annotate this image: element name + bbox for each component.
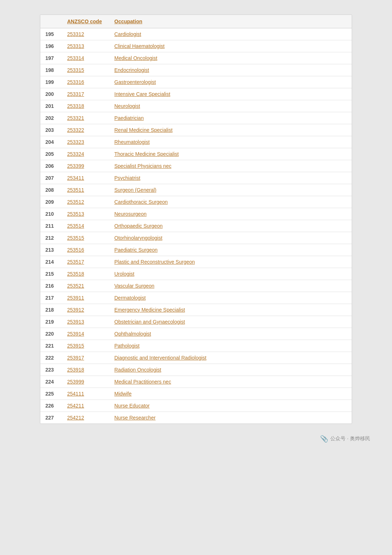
occupation-name[interactable]: Orthopaedic Surgeon: [109, 220, 352, 232]
occupation-name[interactable]: Nurse Researcher: [109, 412, 352, 424]
anzsco-code[interactable]: 253324: [62, 148, 109, 160]
header-occupation[interactable]: Occupation: [109, 15, 352, 28]
table-row: 195253312Cardiologist: [40, 28, 352, 40]
row-number: 199: [40, 76, 62, 88]
occupation-name[interactable]: Renal Medicine Specialist: [109, 124, 352, 136]
occupation-name[interactable]: Surgeon (General): [109, 184, 352, 196]
row-number: 223: [40, 364, 62, 376]
occupation-name[interactable]: Thoracic Medicine Specialist: [109, 148, 352, 160]
row-number: 206: [40, 160, 62, 172]
table-row: 216253521Vascular Surgeon: [40, 280, 352, 292]
occupation-name[interactable]: Clinical Haematologist: [109, 40, 352, 52]
row-number: 202: [40, 112, 62, 124]
anzsco-code[interactable]: 253912: [62, 304, 109, 316]
row-number: 203: [40, 124, 62, 136]
occupation-table: ANZSCO code Occupation 195253312Cardiolo…: [40, 15, 352, 424]
table-row: 224253999Medical Practitioners nec: [40, 376, 352, 388]
occupation-name[interactable]: Midwife: [109, 388, 352, 400]
occupation-name[interactable]: Specialist Physicians nec: [109, 160, 352, 172]
row-number: 227: [40, 412, 62, 424]
table-row: 201253318Neurologist: [40, 100, 352, 112]
anzsco-code[interactable]: 253399: [62, 160, 109, 172]
anzsco-code[interactable]: 253316: [62, 76, 109, 88]
occupation-name[interactable]: Diagnostic and Interventional Radiologis…: [109, 352, 352, 364]
row-number: 195: [40, 28, 62, 40]
table-row: 220253914Ophthalmologist: [40, 328, 352, 340]
row-number: 226: [40, 400, 62, 412]
anzsco-code[interactable]: 253322: [62, 124, 109, 136]
header-row-num: [40, 15, 62, 28]
occupation-name[interactable]: Endocrinologist: [109, 64, 352, 76]
anzsco-code[interactable]: 253913: [62, 316, 109, 328]
anzsco-code[interactable]: 254111: [62, 388, 109, 400]
anzsco-code[interactable]: 254212: [62, 412, 109, 424]
row-number: 200: [40, 88, 62, 100]
anzsco-code[interactable]: 253318: [62, 100, 109, 112]
anzsco-code[interactable]: 253514: [62, 220, 109, 232]
occupation-name[interactable]: Neurosurgeon: [109, 208, 352, 220]
anzsco-code[interactable]: 253321: [62, 112, 109, 124]
table-row: 214253517Plastic and Reconstructive Surg…: [40, 256, 352, 268]
anzsco-code[interactable]: 253917: [62, 352, 109, 364]
anzsco-code[interactable]: 253515: [62, 232, 109, 244]
row-number: 218: [40, 304, 62, 316]
anzsco-code[interactable]: 253512: [62, 196, 109, 208]
occupation-name[interactable]: Vascular Surgeon: [109, 280, 352, 292]
occupation-name[interactable]: Pathologist: [109, 340, 352, 352]
row-number: 201: [40, 100, 62, 112]
occupation-name[interactable]: Urologist: [109, 268, 352, 280]
occupation-name[interactable]: Obstetrician and Gynaecologist: [109, 316, 352, 328]
anzsco-code[interactable]: 253518: [62, 268, 109, 280]
row-number: 214: [40, 256, 62, 268]
table-header-row: ANZSCO code Occupation: [40, 15, 352, 28]
anzsco-code[interactable]: 253317: [62, 88, 109, 100]
table-row: 218253912Emergency Medicine Specialist: [40, 304, 352, 316]
occupation-name[interactable]: Emergency Medicine Specialist: [109, 304, 352, 316]
occupation-name[interactable]: Paediatrician: [109, 112, 352, 124]
anzsco-code[interactable]: 253915: [62, 340, 109, 352]
anzsco-code[interactable]: 253511: [62, 184, 109, 196]
anzsco-code[interactable]: 253313: [62, 40, 109, 52]
occupation-name[interactable]: Radiation Oncologist: [109, 364, 352, 376]
occupation-name[interactable]: Dermatologist: [109, 292, 352, 304]
table-row: 203253322Renal Medicine Specialist: [40, 124, 352, 136]
anzsco-code[interactable]: 253315: [62, 64, 109, 76]
occupation-name[interactable]: Medical Oncologist: [109, 52, 352, 64]
occupation-name[interactable]: Neurologist: [109, 100, 352, 112]
anzsco-code[interactable]: 253999: [62, 376, 109, 388]
anzsco-code[interactable]: 253411: [62, 172, 109, 184]
occupation-name[interactable]: Cardiologist: [109, 28, 352, 40]
occupation-name[interactable]: Ophthalmologist: [109, 328, 352, 340]
occupation-name[interactable]: Nurse Educator: [109, 400, 352, 412]
occupation-name[interactable]: Gastroenterologist: [109, 76, 352, 88]
anzsco-code[interactable]: 253914: [62, 328, 109, 340]
row-number: 225: [40, 388, 62, 400]
anzsco-code[interactable]: 253513: [62, 208, 109, 220]
table-row: 222253917Diagnostic and Interventional R…: [40, 352, 352, 364]
table-row: 215253518Urologist: [40, 268, 352, 280]
table-row: 223253918Radiation Oncologist: [40, 364, 352, 376]
occupation-name[interactable]: Otorhinolaryngologist: [109, 232, 352, 244]
anzsco-code[interactable]: 253517: [62, 256, 109, 268]
anzsco-code[interactable]: 253312: [62, 28, 109, 40]
table-row: 219253913Obstetrician and Gynaecologist: [40, 316, 352, 328]
header-anzsco[interactable]: ANZSCO code: [62, 15, 109, 28]
anzsco-code[interactable]: 253323: [62, 136, 109, 148]
occupation-name[interactable]: Paediatric Surgeon: [109, 244, 352, 256]
occupation-name[interactable]: Cardiothoracic Surgeon: [109, 196, 352, 208]
occupation-name[interactable]: Intensive Care Specialist: [109, 88, 352, 100]
anzsco-code[interactable]: 253918: [62, 364, 109, 376]
occupation-name[interactable]: Psychiatrist: [109, 172, 352, 184]
occupation-name[interactable]: Medical Practitioners nec: [109, 376, 352, 388]
row-number: 213: [40, 244, 62, 256]
row-number: 215: [40, 268, 62, 280]
occupation-name[interactable]: Rheumatologist: [109, 136, 352, 148]
anzsco-code[interactable]: 253911: [62, 292, 109, 304]
anzsco-code[interactable]: 253516: [62, 244, 109, 256]
row-number: 207: [40, 172, 62, 184]
anzsco-code[interactable]: 254211: [62, 400, 109, 412]
occupation-name[interactable]: Plastic and Reconstructive Surgeon: [109, 256, 352, 268]
table-row: 226254211Nurse Educator: [40, 400, 352, 412]
anzsco-code[interactable]: 253314: [62, 52, 109, 64]
anzsco-code[interactable]: 253521: [62, 280, 109, 292]
